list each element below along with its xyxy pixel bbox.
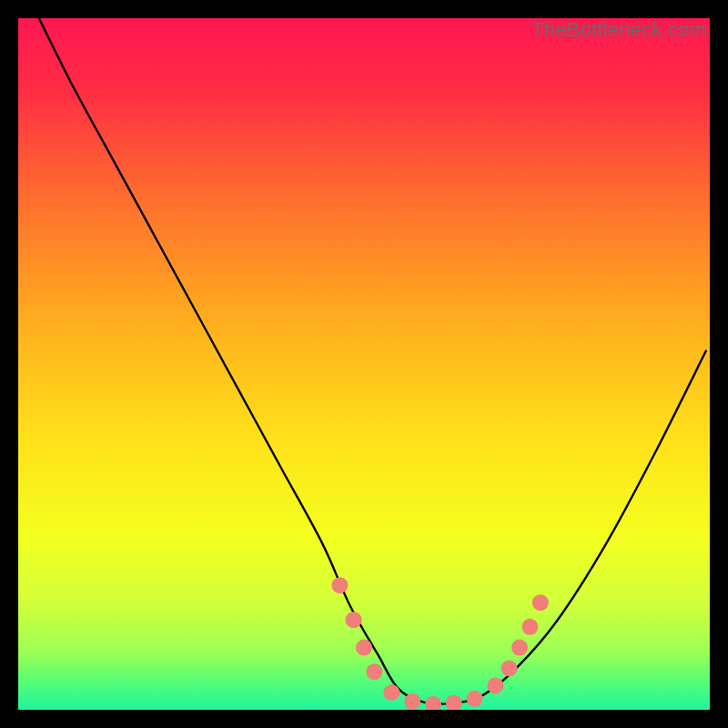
gradient-background [18,18,710,710]
highlight-dot [331,577,348,593]
highlight-dot [501,660,518,676]
highlight-dot [366,663,382,680]
highlight-dot [521,619,538,635]
highlight-dot [467,691,483,707]
highlight-dot [511,640,528,656]
bottleneck-chart [18,18,710,710]
highlight-dot [356,640,372,656]
watermark-text: TheBottleneck.com [531,18,706,42]
highlight-dot [487,677,503,693]
chart-frame: TheBottleneck.com [18,18,710,710]
highlight-dot [404,693,420,710]
highlight-dot [532,594,549,611]
highlight-dot [383,684,399,701]
highlight-dot [346,612,362,628]
